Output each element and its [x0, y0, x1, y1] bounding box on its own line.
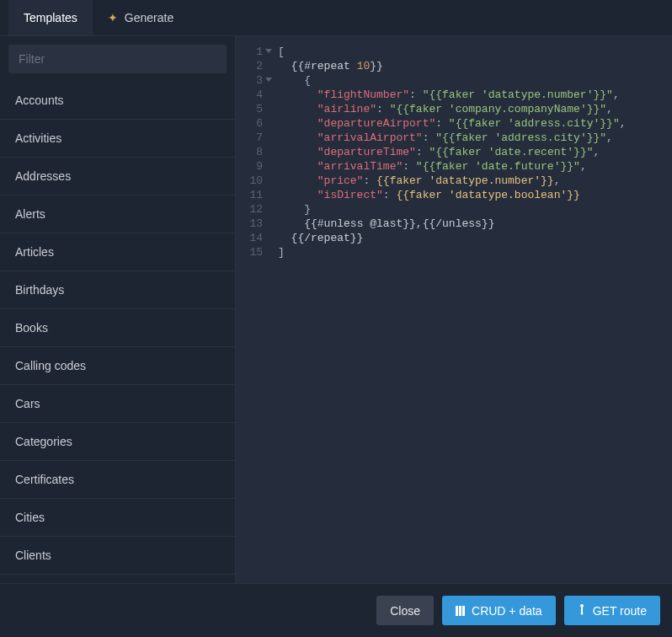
- list-item[interactable]: Addresses: [0, 158, 235, 195]
- sparkle-icon: ✦: [108, 11, 118, 24]
- list-item[interactable]: Books: [0, 309, 235, 347]
- code-editor[interactable]: 1 2 3 4 5 6 7 8 9 10 11 12 13 14 15 [ {{…: [236, 36, 672, 583]
- tab-generate[interactable]: ✦ Generate: [93, 0, 189, 35]
- list-item-label: Alerts: [15, 207, 45, 221]
- list-item[interactable]: Certificates: [0, 461, 235, 499]
- sidebar: Accounts Activities Addresses Alerts Art…: [0, 36, 236, 583]
- tab-bar: Templates ✦ Generate: [0, 0, 672, 36]
- filter-input[interactable]: [8, 45, 227, 73]
- list-item[interactable]: Activities: [0, 120, 235, 158]
- list-item[interactable]: Articles: [0, 233, 235, 271]
- tab-generate-label: Generate: [125, 11, 173, 24]
- crud-button[interactable]: CRUD + data: [442, 596, 556, 625]
- list-item-label: Certificates: [15, 473, 74, 486]
- list-item[interactable]: Categories: [0, 423, 235, 461]
- list-item[interactable]: Accounts: [0, 82, 235, 120]
- list-item[interactable]: Birthdays: [0, 271, 235, 309]
- route-icon: [578, 603, 586, 618]
- list-item-label: Books: [15, 321, 48, 335]
- list-item-label: Cars: [15, 397, 40, 410]
- list-item-label: Clients: [15, 549, 51, 562]
- list-item[interactable]: Clients: [0, 537, 235, 575]
- list-item[interactable]: Cities: [0, 499, 235, 537]
- svg-point-2: [580, 613, 583, 615]
- close-button[interactable]: Close: [376, 596, 434, 625]
- close-button-label: Close: [390, 604, 420, 618]
- list-item-label: Addresses: [15, 169, 71, 183]
- list-item-label: Calling codes: [15, 359, 86, 372]
- svg-point-0: [580, 604, 584, 608]
- template-list[interactable]: Accounts Activities Addresses Alerts Art…: [0, 82, 235, 583]
- line-gutter: 1 2 3 4 5 6 7 8 9 10 11 12 13 14 15: [236, 45, 278, 583]
- crud-button-label: CRUD + data: [472, 604, 542, 618]
- list-item-label: Accounts: [15, 94, 64, 107]
- route-button-label: GET route: [593, 604, 647, 618]
- list-item-label: Categories: [15, 435, 72, 448]
- filter-wrap: [0, 36, 235, 82]
- list-item-label: Birthdays: [15, 283, 64, 297]
- code-content[interactable]: [ {{#repeat 10}} { "flightNumber": "{{fa…: [278, 45, 672, 583]
- footer: Close CRUD + data GET route: [0, 583, 672, 637]
- list-item[interactable]: Calling codes: [0, 347, 235, 385]
- list-item-label: Activities: [15, 131, 61, 145]
- route-button[interactable]: GET route: [564, 596, 660, 625]
- crud-icon: [456, 606, 465, 616]
- list-item[interactable]: Cars: [0, 385, 235, 423]
- tab-templates-label: Templates: [24, 11, 77, 24]
- main-area: Accounts Activities Addresses Alerts Art…: [0, 36, 672, 583]
- list-item-label: Articles: [15, 245, 54, 259]
- list-item-label: Cities: [15, 511, 45, 524]
- list-item[interactable]: Alerts: [0, 195, 235, 233]
- tab-templates[interactable]: Templates: [8, 0, 93, 35]
